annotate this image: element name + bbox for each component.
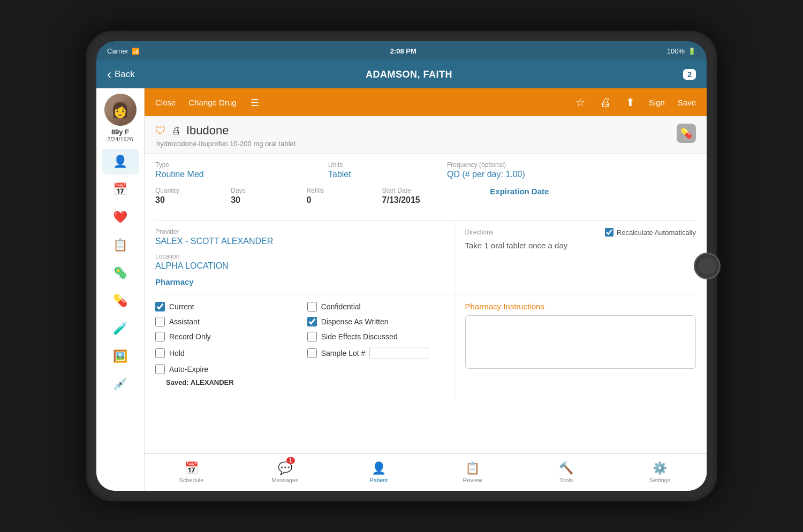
start-date-value[interactable]: 7/13/2015 (382, 195, 480, 205)
patient-age: 89y F (107, 128, 133, 136)
patient-tab[interactable]: 👤 Patient (332, 454, 426, 491)
field-frequency: Frequency (optional) QD (# per day: 1.00… (447, 161, 696, 179)
share-icon[interactable]: ⬆ (623, 96, 638, 109)
drug-header: 🛡 🖨 Ibudone hydrocodone-ibuprofen 10-200… (145, 116, 707, 154)
settings-icon: ⚙️ (653, 461, 667, 475)
dispense-label: Dispense As Written (321, 317, 389, 326)
dispense-checkbox[interactable] (307, 317, 317, 326)
battery-label: 100% (667, 47, 685, 55)
checkbox-assistant: Assistant (155, 317, 291, 326)
saved-footer: Saved: ALEXANDER (155, 374, 443, 393)
pharmacy-value[interactable]: Pharmacy (155, 277, 443, 286)
sidebar-item-syringe[interactable] (102, 371, 139, 397)
sidebar-item-person[interactable] (102, 149, 139, 174)
pharmacy-instructions-textarea[interactable] (465, 315, 696, 369)
units-label: Units (328, 161, 436, 169)
checkbox-sample-lot: Sample Lot # (307, 347, 443, 359)
close-button[interactable]: Close (153, 96, 178, 109)
auto-expire-checkbox[interactable] (155, 364, 165, 374)
hold-checkbox[interactable] (155, 348, 165, 358)
review-icon: 📋 (465, 461, 480, 475)
nav-badge[interactable]: 2 (683, 69, 696, 80)
save-button[interactable]: Save (676, 96, 698, 109)
status-bar: Carrier 2:08 PM 100% (96, 41, 707, 60)
sample-lot-checkbox[interactable] (307, 348, 317, 358)
photo-icon (113, 349, 127, 363)
messages-tab[interactable]: 💬 1 Messages (238, 454, 332, 491)
settings-tab[interactable]: ⚙️ Settings (613, 454, 707, 491)
change-drug-button[interactable]: Change Drug (186, 96, 238, 109)
review-tab[interactable]: 📋 Review (426, 454, 519, 491)
field-type: Type Routine Med (155, 161, 317, 179)
refills-value[interactable]: 0 (306, 195, 371, 205)
sidebar-item-list[interactable] (102, 232, 139, 258)
side-effects-checkbox[interactable] (307, 332, 317, 341)
back-label: Back (115, 69, 135, 80)
home-button[interactable] (694, 253, 721, 279)
checkbox-record-only: Record Only (155, 332, 291, 341)
review-label: Review (463, 477, 482, 483)
tools-icon: 🔨 (559, 461, 573, 475)
field-start-date: Start Date 7/13/2015 (382, 187, 480, 205)
content-area: 👩 89y F 2/24/1926 (96, 88, 707, 491)
start-date-label: Start Date (382, 187, 480, 194)
confidential-checkbox[interactable] (307, 302, 317, 311)
schedule-label: Schedule (179, 477, 204, 483)
battery-icon (688, 47, 696, 55)
sidebar-item-pill[interactable] (102, 288, 139, 314)
record-only-checkbox[interactable] (155, 332, 165, 341)
checkbox-side-effects: Side Effects Discussed (307, 332, 443, 341)
tools-tab[interactable]: 🔨 Tools (519, 454, 613, 491)
patient-label: Patient (369, 477, 388, 483)
location-value[interactable]: ALPHA LOCATION (155, 261, 443, 271)
units-value[interactable]: Tablet (328, 170, 436, 179)
saved-label: Saved: ALEXANDER (166, 378, 234, 386)
schedule-tab[interactable]: 📅 Schedule (145, 454, 238, 491)
form-section-row1: Type Routine Med Units Tablet Frequency … (145, 154, 707, 220)
avatar-image: 👩 (104, 94, 137, 126)
list-icon-button[interactable] (247, 96, 262, 109)
back-button[interactable]: Back (107, 67, 135, 82)
drug-title-row: 🛡 🖨 Ibudone (155, 124, 296, 138)
pharmacy-instructions-label: Pharmacy Instructions (465, 302, 696, 311)
type-value[interactable]: Routine Med (155, 170, 317, 179)
settings-label: Settings (649, 477, 671, 483)
sidebar-item-virus[interactable] (102, 260, 139, 286)
drug-name[interactable]: Ibudone (186, 124, 229, 138)
recalc-checkbox[interactable] (605, 228, 613, 237)
patient-name-header: ADAMSON, FAITH (366, 69, 452, 80)
patient-info: 89y F 2/24/1926 (107, 128, 133, 142)
sidebar-item-heart[interactable] (102, 204, 139, 230)
field-location: Location ALPHA LOCATION (155, 253, 443, 271)
print-drug-icon: 🖨 (171, 125, 181, 136)
schedule-icon: 📅 (184, 461, 199, 475)
sidebar-item-calendar[interactable] (102, 177, 139, 202)
frequency-value[interactable]: QD (# per day: 1.00) (447, 170, 696, 179)
status-right: 100% (667, 47, 696, 55)
drug-detail-icon[interactable]: 💊 (677, 124, 696, 143)
sidebar-item-photo[interactable] (102, 344, 139, 369)
checkbox-grid: Current Confidential Assistant (155, 302, 443, 374)
nav-bar: Back ADAMSON, FAITH 2 (96, 60, 707, 88)
toolbar: Close Change Drug ☆ 🖨 ⬆ Sign Save (145, 88, 707, 116)
messages-label: Messages (271, 477, 298, 483)
assistant-checkbox[interactable] (155, 317, 165, 326)
provider-label: Provider (155, 228, 443, 235)
field-provider: Provider SALEX - SCOTT ALEXANDER (155, 228, 443, 246)
days-value[interactable]: 30 (231, 195, 296, 205)
quantity-value[interactable]: 30 (155, 195, 220, 205)
expiration-value[interactable]: Expiration Date (490, 187, 696, 196)
sidebar-item-tube[interactable] (102, 316, 139, 341)
form-row-2: Quantity 30 Days 30 Refills 0 (155, 187, 696, 205)
sample-lot-input[interactable] (369, 347, 428, 359)
shield-icon: 🛡 (155, 125, 166, 137)
current-checkbox[interactable] (155, 302, 165, 311)
type-label: Type (155, 161, 317, 169)
syringe-icon (113, 377, 127, 391)
print-icon[interactable]: 🖨 (597, 96, 614, 109)
field-quantity: Quantity 30 (155, 187, 220, 205)
sign-button[interactable]: Sign (647, 96, 667, 109)
star-icon[interactable]: ☆ (572, 96, 588, 109)
provider-value[interactable]: SALEX - SCOTT ALEXANDER (155, 237, 443, 246)
checkbox-auto-expire: Auto-Expire (155, 364, 291, 374)
